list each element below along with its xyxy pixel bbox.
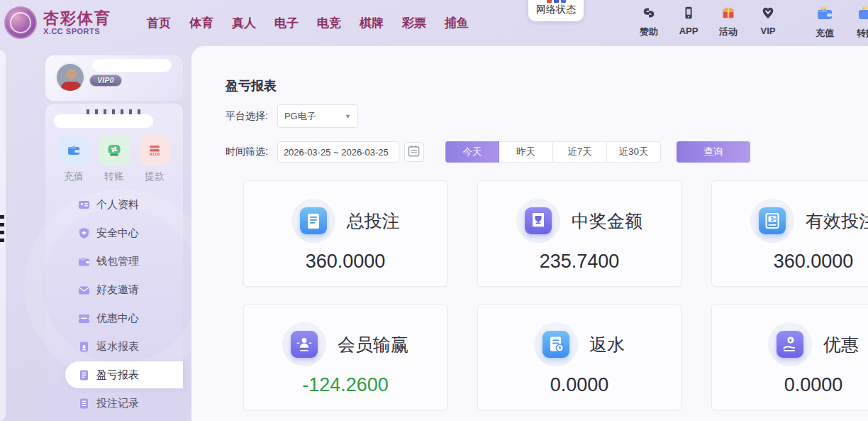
card-value: 235.7400 [540,251,620,273]
rebate-doc-icon [78,341,90,353]
nav-item-sports[interactable]: 体育 [189,15,213,31]
sidebar-item-promotions[interactable]: 优惠中心 [45,304,183,332]
card-value: 360.0000 [774,251,854,273]
sidebar-item-profit-report[interactable]: 盈亏报表 [45,361,183,389]
sidebar: 充值 转账 提款 个人资料 安全中心 钱包管理 [45,104,183,421]
svg-text:$≡: $≡ [771,217,777,222]
coupon-icon [78,312,90,324]
cash-icon [139,135,170,166]
icon-halo: ¥ [768,322,812,366]
gift-icon [720,5,736,23]
quick-action-deposit-label: 充值 [64,170,84,183]
card-label: 会员输赢 [338,333,408,356]
calendar-icon [407,144,421,160]
network-status-widget[interactable]: 网络状态 [528,0,584,21]
vip-label: VIP [761,26,776,36]
nav-item-home[interactable]: 首页 [147,15,171,31]
envelope-icon [78,284,90,296]
transfer-wallet-icon [857,5,868,25]
nav-item-fishing[interactable]: 捕鱼 [445,15,469,31]
nav-item-live[interactable]: 真人 [232,15,256,31]
sidebar-item-security[interactable]: 安全中心 [45,219,183,247]
nav-item-esports[interactable]: 电竞 [317,15,341,31]
sidebar-menu: 个人资料 安全中心 钱包管理 好友邀请 优惠中心 返水报表 盈亏报表 投注记录 [45,190,183,417]
vip-icon [760,5,776,23]
sidebar-item-label: 好友邀请 [96,283,139,297]
bonus-icon: ¥ [777,331,803,358]
quick-action-withdraw-label: 提款 [145,170,165,183]
preset-yesterday-button[interactable]: 昨天 [499,141,553,163]
query-button[interactable]: 查询 [677,141,750,163]
promo-link[interactable]: 活动 [711,5,746,38]
date-preset-group: 今天 昨天 近7天 近30天 [445,141,661,163]
transfer-label: 转账 [857,27,868,40]
card-value: 360.0000 [306,251,386,273]
transfer-link[interactable]: 转账 [848,5,868,40]
nav-item-cards[interactable]: 棋牌 [360,15,384,31]
preset-30days-button[interactable]: 近30天 [607,141,661,163]
records-doc-icon [78,398,90,410]
app-icon [681,5,696,23]
sidebar-item-profile[interactable]: 个人资料 [45,190,183,219]
preset-today-button[interactable]: 今天 [445,141,499,163]
quick-action-deposit[interactable]: 充值 [57,135,91,183]
chevron-down-icon: ▼ [345,113,351,120]
logo-emblem-icon [4,6,37,39]
deposit-link[interactable]: 充值 [807,5,842,40]
logo-text: 杏彩体育 X.CC SPORTS [43,10,111,35]
sidebar-item-label: 优惠中心 [96,312,139,325]
member-winloss-icon [291,331,318,358]
sidebar-item-rebate-report[interactable]: 返水报表 [45,332,183,361]
deposit-wallet-icon [816,5,834,25]
card-total-bet: 总投注 360.0000 [243,180,447,287]
app-link[interactable]: APP [671,5,706,38]
icon-halo: $≡ [750,199,794,243]
sidebar-item-label: 钱包管理 [96,255,139,268]
preset-7days-button[interactable]: 近7天 [553,141,607,163]
exchange-icon [99,135,130,166]
card-rebate: $ 返水 0.0000 [477,304,681,410]
time-filter-label: 时间筛选: [226,146,268,158]
nav-item-lottery[interactable]: 彩票 [402,15,426,31]
sidebar-item-invite[interactable]: 好友邀请 [45,275,183,304]
card-value: 0.0000 [784,374,843,396]
promo-label: 活动 [719,26,738,38]
date-range-input[interactable] [277,141,399,163]
ping-signal-icon [536,0,576,3]
card-value: -124.2600 [302,374,389,396]
card-label: 总投注 [347,209,400,233]
app-label: APP [679,26,699,36]
sponsor-label: 赞助 [640,26,658,38]
logo[interactable]: 杏彩体育 X.CC SPORTS [4,6,111,39]
balance-redaction [54,114,153,128]
card-valid-bet: $≡ 有效投注 360.0000 [711,180,868,287]
sidebar-item-wallet[interactable]: 钱包管理 [45,247,183,275]
clipped-floating-widget[interactable] [0,215,4,244]
shield-plus-icon [78,227,90,239]
card-bonus: ¥ 优惠 0.0000 [711,304,868,410]
rebate-icon: $ [542,331,569,358]
quick-action-transfer[interactable]: 转账 [97,135,131,183]
wallet-icon [78,256,90,268]
sponsor-link[interactable]: 赞助 [631,5,667,38]
sidebar-item-bet-records[interactable]: 投注记录 [45,389,183,417]
nav-quick-links: 赞助 APP 活动 VIP [631,5,786,38]
logo-title: 杏彩体育 [43,10,111,26]
platform-select[interactable]: PG电子 ▼ [277,104,358,128]
calendar-button[interactable] [404,142,424,162]
id-card-icon [78,199,90,211]
card-label: 优惠 [823,333,859,356]
card-member-winloss: 会员输赢 -124.2600 [243,304,447,410]
sidebar-item-label: 个人资料 [96,198,139,212]
sidebar-item-label: 盈亏报表 [96,368,139,382]
icon-halo [291,199,335,243]
avatar[interactable] [55,62,85,92]
main-nav-menu: 首页 体育 真人 电子 电竞 棋牌 彩票 捕鱼 [147,15,469,31]
quick-action-withdraw[interactable]: 提款 [138,135,172,183]
card-label: 中奖金额 [572,209,642,233]
nav-item-slots[interactable]: 电子 [274,15,299,31]
sidebar-item-label: 安全中心 [96,226,139,240]
vip-link[interactable]: VIP [750,5,786,38]
avatar-head [66,69,77,80]
vip-level-badge: VIP0 [89,75,122,87]
